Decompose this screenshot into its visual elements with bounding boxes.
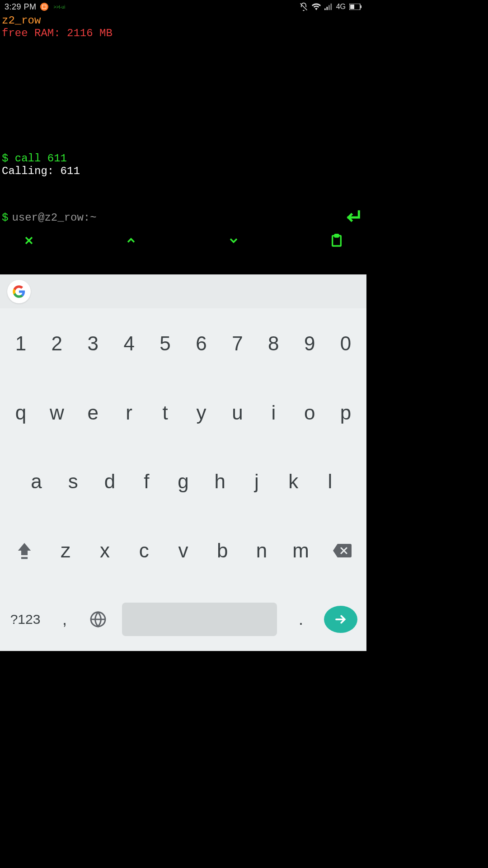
key-h[interactable]: h bbox=[202, 454, 238, 509]
status-right: 4G bbox=[299, 2, 362, 11]
signal-icon bbox=[324, 3, 333, 11]
key-e[interactable]: e bbox=[75, 386, 111, 440]
key-g[interactable]: g bbox=[165, 454, 202, 509]
svg-rect-4 bbox=[330, 4, 332, 10]
key-t[interactable]: t bbox=[147, 386, 183, 440]
enter-icon[interactable] bbox=[344, 208, 362, 226]
svg-rect-1 bbox=[324, 9, 326, 10]
key-9[interactable]: 9 bbox=[291, 316, 328, 371]
key-r[interactable]: r bbox=[111, 386, 147, 440]
key-l[interactable]: l bbox=[312, 454, 348, 509]
status-bar: 3:29 PM >>t-ui 4G bbox=[0, 0, 366, 14]
keyboard-row-bot: z x c v b n m bbox=[3, 524, 364, 578]
status-left: 3:29 PM >>t-ui bbox=[5, 2, 65, 12]
svg-rect-3 bbox=[328, 5, 330, 10]
svg-rect-0 bbox=[42, 5, 46, 9]
key-y[interactable]: y bbox=[183, 386, 220, 440]
terminal-host-line: z2_row bbox=[2, 14, 365, 27]
chevron-down-icon[interactable] bbox=[227, 234, 240, 247]
key-b[interactable]: b bbox=[203, 524, 242, 578]
key-4[interactable]: 4 bbox=[111, 316, 147, 371]
key-v[interactable]: v bbox=[164, 524, 203, 578]
key-i[interactable]: i bbox=[255, 386, 291, 440]
comma-key[interactable]: , bbox=[48, 610, 81, 629]
keyboard-row-bottom: ?123 , . bbox=[3, 592, 364, 646]
network-type: 4G bbox=[336, 3, 346, 11]
terminal-ram-line: free RAM: 2116 MB bbox=[2, 27, 365, 40]
keyboard-suggestion-bar bbox=[0, 274, 366, 308]
app-label: >>t-ui bbox=[54, 5, 66, 9]
wifi-icon bbox=[312, 2, 321, 11]
terminal-input-row[interactable]: $ user@z2_row:~ bbox=[0, 207, 366, 228]
key-f[interactable]: f bbox=[128, 454, 165, 509]
screenshot-icon bbox=[40, 3, 48, 11]
key-x[interactable]: x bbox=[85, 524, 125, 578]
key-8[interactable]: 8 bbox=[255, 316, 291, 371]
key-k[interactable]: k bbox=[275, 454, 312, 509]
svg-rect-10 bbox=[21, 557, 28, 559]
svg-rect-6 bbox=[350, 5, 354, 9]
clipboard-icon[interactable] bbox=[329, 233, 344, 248]
terminal-toolbar bbox=[0, 228, 366, 253]
key-5[interactable]: 5 bbox=[147, 316, 183, 371]
prompt-symbol: $ bbox=[2, 212, 8, 224]
svg-rect-7 bbox=[361, 5, 361, 8]
key-q[interactable]: q bbox=[3, 386, 39, 440]
key-p[interactable]: p bbox=[328, 386, 364, 440]
terminal-output[interactable]: z2_row free RAM: 2116 MB $ call 611 Call… bbox=[0, 14, 366, 207]
keyboard-row-mid: a s d f g h j k l bbox=[3, 454, 364, 509]
key-1[interactable]: 1 bbox=[3, 316, 39, 371]
soft-keyboard: 1 2 3 4 5 6 7 8 9 0 q w e r t y u i o p … bbox=[0, 308, 366, 651]
terminal-command-line: $ call 611 bbox=[2, 152, 365, 165]
key-a[interactable]: a bbox=[18, 454, 55, 509]
vibrate-icon bbox=[299, 2, 308, 11]
globe-key[interactable] bbox=[81, 611, 115, 628]
key-z[interactable]: z bbox=[46, 524, 85, 578]
period-key[interactable]: . bbox=[284, 610, 318, 629]
symbols-key[interactable]: ?123 bbox=[3, 612, 48, 627]
terminal-output-line: Calling: 611 bbox=[2, 165, 365, 178]
backspace-key[interactable] bbox=[323, 532, 361, 570]
keyboard-row-numbers: 1 2 3 4 5 6 7 8 9 0 bbox=[3, 316, 364, 371]
key-n[interactable]: n bbox=[242, 524, 282, 578]
key-3[interactable]: 3 bbox=[75, 316, 111, 371]
key-6[interactable]: 6 bbox=[183, 316, 220, 371]
battery-icon bbox=[349, 4, 362, 10]
key-7[interactable]: 7 bbox=[219, 316, 255, 371]
svg-rect-2 bbox=[326, 7, 328, 10]
key-o[interactable]: o bbox=[291, 386, 328, 440]
status-time: 3:29 PM bbox=[5, 2, 37, 12]
space-key[interactable] bbox=[122, 603, 277, 636]
key-j[interactable]: j bbox=[238, 454, 275, 509]
chevron-up-icon[interactable] bbox=[125, 234, 137, 247]
keyboard-row-top: q w e r t y u i o p bbox=[3, 386, 364, 440]
key-0[interactable]: 0 bbox=[328, 316, 364, 371]
key-2[interactable]: 2 bbox=[39, 316, 75, 371]
key-m[interactable]: m bbox=[281, 524, 320, 578]
google-icon[interactable] bbox=[7, 280, 31, 303]
enter-key[interactable] bbox=[324, 606, 357, 633]
key-s[interactable]: s bbox=[55, 454, 91, 509]
shift-key[interactable] bbox=[5, 532, 43, 570]
close-icon[interactable] bbox=[23, 234, 35, 247]
key-c[interactable]: c bbox=[124, 524, 164, 578]
key-w[interactable]: w bbox=[39, 386, 75, 440]
key-u[interactable]: u bbox=[219, 386, 255, 440]
prompt-text: user@z2_row:~ bbox=[12, 212, 96, 224]
key-d[interactable]: d bbox=[91, 454, 128, 509]
